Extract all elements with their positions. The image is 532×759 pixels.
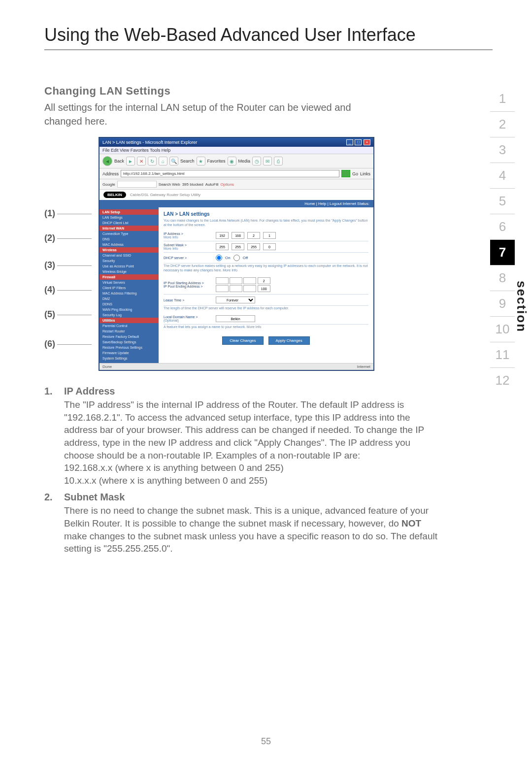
callout-6: (6): [44, 339, 92, 349]
item-title: IP Address: [64, 386, 438, 397]
sidebar-item[interactable]: System Settings: [100, 356, 159, 361]
pool-start-3: [243, 277, 256, 284]
section-nav-page[interactable]: 8: [490, 265, 515, 291]
browser-window: LAN > LAN settings - Microsoft Internet …: [99, 137, 374, 371]
dhcp-off-radio[interactable]: [233, 255, 240, 261]
sidebar-item[interactable]: Client IP Filters: [100, 285, 159, 291]
section-nav-page[interactable]: 4: [490, 163, 515, 189]
ip-octet-3[interactable]: [247, 232, 260, 239]
lease-time-select[interactable]: Forever: [216, 297, 255, 303]
google-label: Google: [102, 182, 115, 187]
section-intro: All settings for the internal LAN setup …: [44, 100, 389, 128]
section-nav-page[interactable]: 6: [490, 214, 515, 240]
address-label: Address: [102, 171, 119, 176]
sidebar-item[interactable]: Use as Access Point: [100, 264, 159, 269]
address-input[interactable]: [121, 170, 339, 177]
section-nav-page[interactable]: 9: [490, 291, 515, 317]
section-nav-page[interactable]: 1: [490, 86, 515, 112]
sidebar-item[interactable]: Virtual Servers: [100, 280, 159, 285]
home-icon[interactable]: ⌂: [159, 157, 167, 165]
sidebar-item[interactable]: MAC Address: [100, 242, 159, 247]
callout-2: (2): [44, 233, 92, 243]
dhcp-on-radio[interactable]: [216, 255, 222, 261]
status-internet: Internet: [357, 364, 370, 369]
sidebar-item[interactable]: DNS: [100, 236, 159, 242]
minimize-button[interactable]: _: [346, 139, 353, 145]
sidebar-item[interactable]: WAN Ping Blocking: [100, 307, 159, 312]
forward-icon[interactable]: ►: [126, 157, 135, 165]
section-nav-page[interactable]: 2: [490, 112, 515, 137]
sidebar-item[interactable]: Security Log: [100, 312, 159, 318]
section-nav-page[interactable]: 10: [490, 317, 515, 342]
ip-octet-4[interactable]: [263, 232, 276, 239]
sidebar-item[interactable]: DMZ: [100, 296, 159, 301]
section-nav-page[interactable]: 5: [490, 189, 515, 214]
section-nav-page[interactable]: 11: [490, 342, 515, 368]
maximize-button[interactable]: □: [355, 139, 362, 145]
options-button[interactable]: Options: [221, 182, 234, 187]
sidebar-item[interactable]: Restart Router: [100, 329, 159, 334]
sidebar-section-head: Utilities: [100, 318, 159, 323]
domain-name-label: Local Domain Name > (Optional): [164, 315, 213, 322]
menubar[interactable]: File Edit View Favorites Tools Help: [100, 147, 373, 154]
sidebar-item[interactable]: Channel and SSID: [100, 253, 159, 258]
ip-octet-1[interactable]: [216, 232, 229, 239]
history-icon[interactable]: ◷: [252, 157, 261, 165]
section-nav-page[interactable]: 7: [490, 240, 515, 265]
lease-time-label: Lease Time >: [164, 298, 213, 302]
sidebar-item[interactable]: Firmware Update: [100, 350, 159, 356]
autofill-button[interactable]: AutoFill: [205, 182, 219, 187]
subnet-octet-1[interactable]: [216, 243, 229, 250]
sidebar-item[interactable]: Connection Type: [100, 231, 159, 236]
lease-time-row: Lease Time > Forever: [164, 295, 368, 306]
stop-icon[interactable]: ✕: [137, 157, 146, 165]
go-button[interactable]: [341, 170, 350, 177]
section-nav-page[interactable]: 12: [490, 368, 515, 393]
section-nav-page[interactable]: 3: [490, 137, 515, 163]
belkin-header: BELKIN Cable/DSL Gateway Router Setup Ut…: [100, 190, 373, 200]
sidebar-item[interactable]: Restore Previous Settings: [100, 345, 159, 350]
back-label: Back: [114, 159, 124, 164]
ip-octet-2[interactable]: [232, 232, 244, 239]
favorites-icon[interactable]: ★: [197, 157, 205, 165]
clear-changes-button[interactable]: Clear Changes: [222, 336, 263, 345]
print-icon[interactable]: ⎙: [274, 157, 283, 165]
sidebar-item[interactable]: Security: [100, 258, 159, 264]
popup-blocked-label: 395 blocked: [182, 182, 203, 187]
links-label: Links: [360, 171, 370, 176]
google-search-input[interactable]: [117, 181, 157, 188]
dhcp-off-label: Off: [243, 256, 248, 260]
sidebar-item[interactable]: MAC Address Filtering: [100, 291, 159, 296]
apply-changes-button[interactable]: Apply Changes: [268, 336, 310, 345]
sidebar-section-head: Internet WAN: [100, 226, 159, 231]
subnet-octet-4[interactable]: [263, 243, 276, 250]
subnet-mask-row: Subnet Mask > More Info: [164, 241, 368, 253]
ip-pool-row: IP Pool Starting Address > IP Pool Endin…: [164, 275, 368, 295]
domain-name-input[interactable]: [216, 315, 255, 322]
sidebar-item[interactable]: DDNS: [100, 301, 159, 307]
list-item-2: 2. Subnet Mask There is no need to chang…: [44, 492, 438, 555]
belkin-logo: BELKIN: [103, 192, 126, 198]
back-icon[interactable]: ◄: [102, 156, 112, 166]
pool-end-4[interactable]: [258, 285, 270, 292]
sidebar-item[interactable]: Parental Control: [100, 323, 159, 329]
pool-end-3: [243, 285, 256, 292]
sidebar-item[interactable]: LAN Settings: [100, 215, 159, 220]
search-web-button[interactable]: Search Web: [159, 182, 180, 187]
sidebar-item[interactable]: Restore Factory Default: [100, 334, 159, 339]
subnet-octet-2[interactable]: [232, 243, 244, 250]
media-icon[interactable]: ◉: [228, 157, 236, 165]
numbered-list: 1. IP Address The "IP address" is the in…: [44, 386, 438, 555]
sidebar-item[interactable]: Wireless Bridge: [100, 269, 159, 274]
pool-start-4[interactable]: [258, 277, 270, 284]
search-icon[interactable]: 🔍: [169, 157, 178, 165]
callout-5: (5): [44, 309, 92, 320]
subnet-octet-3[interactable]: [247, 243, 260, 250]
mail-icon[interactable]: ✉: [263, 157, 272, 165]
close-button[interactable]: ×: [364, 139, 370, 145]
callout-4: (4): [44, 285, 92, 295]
sidebar-item[interactable]: DHCP Client List: [100, 220, 159, 226]
browser-titlebar: LAN > LAN settings - Microsoft Internet …: [100, 138, 373, 147]
refresh-icon[interactable]: ↻: [148, 157, 157, 165]
sidebar-item[interactable]: Save/Backup Settings: [100, 339, 159, 345]
